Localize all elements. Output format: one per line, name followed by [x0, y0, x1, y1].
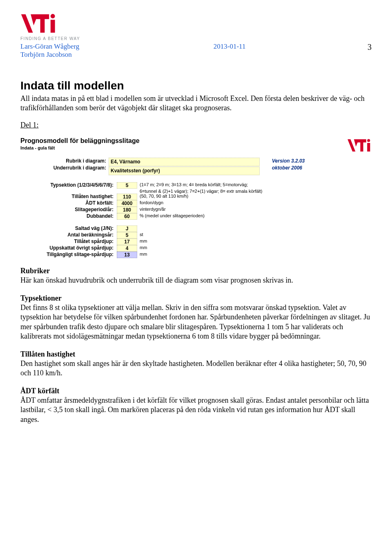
param-grid-1: Typsektion (1/2/3/4/5/6/7/8):5(1=7 m; 2=…	[20, 182, 372, 220]
param-value[interactable]: 180	[117, 207, 137, 213]
svg-rect-1	[51, 20, 55, 33]
vti-logo	[20, 12, 57, 35]
param-value[interactable]: 60	[117, 213, 137, 220]
param-desc	[140, 225, 372, 232]
rubrik-value[interactable]: E4, Värnamo	[109, 158, 260, 166]
rubriker-text: Här kan önskad huvudrubrik och underrubr…	[20, 276, 372, 285]
hastighet-text: Den hastighet som skall anges här är den…	[20, 359, 372, 378]
param-label: ÅDT körfält:	[20, 200, 114, 207]
param-desc: (1=7 m; 2=9 m; 3=13 m; 4= breda körfält;…	[140, 182, 372, 189]
param-value: 13	[117, 252, 137, 258]
param-desc: fordon/dygn	[140, 200, 372, 207]
version-text: Version 3.2.03	[272, 158, 305, 165]
logo-block: FINDING A BETTER WAY	[20, 12, 372, 41]
typsektioner-heading: Typsektioner	[20, 294, 372, 303]
version-date: oktober 2006	[272, 165, 305, 172]
param-label: Tillgängligt slitage-spårdjup:	[20, 252, 114, 258]
typsektioner-text: Det finns 8 st olika typsektioner att vä…	[20, 303, 372, 341]
param-desc: 6=tunnel & (2)+1 vägar); 7=2+(1) vägar; …	[140, 189, 372, 194]
hastighet-heading: Tillåten hastighet	[20, 350, 372, 359]
doc-date: 2013-01-11	[214, 42, 246, 51]
rubriker-heading: Rubriker	[20, 266, 372, 276]
param-label: Tillåten hastighet:	[20, 194, 114, 200]
svg-rect-3	[367, 143, 370, 152]
param-desc: (50, 70, 90 alt 110 km/h)	[140, 194, 372, 200]
param-value[interactable]: 5	[117, 232, 137, 239]
page-title: Indata till modellen	[20, 79, 372, 92]
author-2: Torbjörn Jacobson	[20, 51, 79, 59]
param-value[interactable]: 4	[117, 245, 137, 252]
param-value[interactable]: J	[117, 225, 137, 232]
param-label: Tillåtet spårdjup:	[20, 239, 114, 245]
vti-logo-small	[347, 137, 372, 154]
param-label: Uppskattat övrigt spårdjup:	[20, 245, 114, 252]
param-label: Antal beräkningsår:	[20, 232, 114, 239]
param-desc: st	[140, 232, 372, 239]
param-label	[20, 189, 114, 194]
model-subtitle: Indata - gula fält	[20, 145, 305, 150]
svg-point-0	[51, 14, 55, 18]
section-del1: Del 1:	[20, 121, 39, 129]
rubrik-label: Rubrik i diagram:	[20, 158, 106, 165]
param-value[interactable]: 4000	[117, 200, 137, 207]
param-label: Dubbandel:	[20, 213, 114, 220]
author-1: Lars-Göran Wågberg	[20, 42, 79, 51]
intro-paragraph: All indata matas in på ett blad i modell…	[20, 94, 372, 113]
param-grid-2: Saltad väg (J/N):JAntal beräkningsår:5st…	[20, 225, 372, 258]
tagline: FINDING A BETTER WAY	[20, 36, 80, 41]
param-value[interactable]: 17	[117, 239, 137, 245]
page-number: 3	[368, 42, 372, 52]
param-label: Typsektion (1/2/3/4/5/6/7/8):	[20, 182, 114, 189]
param-value[interactable]: 110	[117, 194, 137, 200]
param-desc: % (medel under slitageperioden)	[140, 213, 372, 220]
param-label: Slitageperiod/år:	[20, 207, 114, 213]
param-label: Saltad väg (J/N):	[20, 225, 114, 232]
param-value	[117, 189, 137, 194]
adt-text: ÅDT omfattar årsmedeldygnstrafiken i det…	[20, 396, 372, 424]
svg-point-2	[367, 139, 370, 142]
param-desc: mm	[140, 252, 372, 258]
underrubrik-label: Underrubrik i diagram:	[20, 165, 106, 172]
param-desc: mm	[140, 245, 372, 252]
param-desc: mm	[140, 239, 372, 245]
param-desc: vinterdygn/år	[140, 207, 372, 213]
underrubrik-value[interactable]: Kvalitetssten (porfyr)	[109, 167, 260, 175]
param-value[interactable]: 5	[117, 182, 137, 189]
adt-heading: ÅDT körfält	[20, 386, 372, 396]
model-title: Prognosmodell för beläggningsslitage	[20, 137, 305, 145]
